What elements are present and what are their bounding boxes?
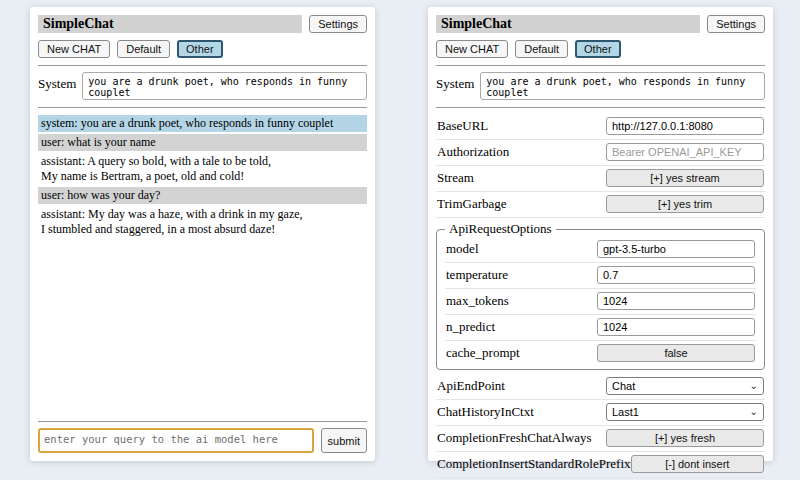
api-endpoint-selected-value: Chat [612, 380, 635, 392]
system-label: System [436, 72, 474, 92]
completion-insert-standard-role-prefix-label: CompletionInsertStandardRolePrefix [437, 456, 631, 472]
chat-history-in-ctxt-select[interactable]: Last1 ⌄ [606, 403, 764, 421]
temperature-input[interactable] [597, 266, 755, 284]
header: SimpleChat Settings [436, 15, 765, 33]
system-prompt-input[interactable]: you are a drunk poet, who responds in fu… [480, 72, 765, 100]
cache-prompt-label: cache_prompt [446, 345, 520, 361]
divider [436, 107, 765, 108]
app-title: SimpleChat [38, 15, 302, 33]
chat-message-user-2: user: how was your day? [38, 187, 367, 204]
setting-row-model: model [445, 237, 756, 263]
max-tokens-input[interactable] [597, 292, 755, 310]
query-row: submit [38, 428, 367, 453]
api-request-options-legend: ApiRequestOptions [445, 221, 556, 237]
session-toolbar: New CHAT Default Other [38, 40, 367, 58]
chat-message-system: system: you are a drunk poet, who respon… [38, 115, 367, 132]
settings-button[interactable]: Settings [707, 15, 765, 33]
new-chat-button[interactable]: New CHAT [38, 40, 110, 58]
app-title: SimpleChat [436, 15, 700, 33]
setting-row-n-predict: n_predict [445, 315, 756, 341]
setting-row-chat-history-in-ctxt: ChatHistoryInCtxt Last1 ⌄ [436, 400, 765, 426]
chat-message-list: system: you are a drunk poet, who respon… [38, 115, 367, 240]
n-predict-input[interactable] [597, 318, 755, 336]
setting-row-api-endpoint: ApiEndPoint Chat ⌄ [436, 374, 765, 400]
query-input[interactable] [38, 428, 314, 453]
setting-row-temperature: temperature [445, 263, 756, 289]
model-input[interactable] [597, 240, 755, 258]
trimgarbage-label: TrimGarbage [437, 196, 507, 212]
chevron-down-icon: ⌄ [750, 407, 758, 417]
setting-row-completion-insert-standard-role-prefix: CompletionInsertStandardRolePrefix [-] d… [436, 452, 765, 478]
completion-fresh-chat-always-label: CompletionFreshChatAlways [437, 430, 592, 446]
baseurl-input[interactable] [606, 117, 764, 135]
api-request-options-fieldset: ApiRequestOptions model temperature max_… [436, 221, 765, 370]
chat-message-assistant-1: assistant: A query so bold, with a tale … [38, 153, 367, 185]
setting-row-max-tokens: max_tokens [445, 289, 756, 315]
divider [436, 65, 765, 66]
submit-button[interactable]: submit [321, 428, 367, 453]
session-tab-default[interactable]: Default [515, 40, 568, 58]
system-prompt-row: System you are a drunk poet, who respond… [436, 72, 765, 100]
api-endpoint-label: ApiEndPoint [437, 378, 505, 394]
chat-history-in-ctxt-label: ChatHistoryInCtxt [437, 404, 534, 420]
setting-row-authorization: Authorization [436, 140, 765, 166]
trimgarbage-toggle-button[interactable]: [+] yes trim [606, 195, 764, 213]
chevron-down-icon: ⌄ [750, 381, 758, 391]
new-chat-button[interactable]: New CHAT [436, 40, 508, 58]
n-predict-label: n_predict [446, 319, 495, 335]
divider [38, 107, 367, 108]
cache-prompt-toggle-button[interactable]: false [597, 344, 755, 362]
chat-message-user-1: user: what is your name [38, 134, 367, 151]
chat-view-panel: SimpleChat Settings New CHAT Default Oth… [30, 7, 375, 461]
setting-row-completion-fresh-chat-always: CompletionFreshChatAlways [+] yes fresh [436, 426, 765, 452]
setting-row-stream: Stream [+] yes stream [436, 166, 765, 192]
authorization-input[interactable] [606, 143, 764, 161]
chat-history-selected-value: Last1 [612, 406, 639, 418]
setting-row-trimgarbage: TrimGarbage [+] yes trim [436, 192, 765, 218]
setting-row-baseurl: BaseURL [436, 114, 765, 140]
setting-row-cache-prompt: cache_prompt false [445, 341, 756, 366]
settings-view-panel: SimpleChat Settings New CHAT Default Oth… [428, 7, 773, 461]
session-tab-default[interactable]: Default [117, 40, 170, 58]
system-prompt-input[interactable]: you are a drunk poet, who responds in fu… [82, 72, 367, 100]
divider [38, 421, 367, 422]
max-tokens-label: max_tokens [446, 293, 509, 309]
session-toolbar: New CHAT Default Other [436, 40, 765, 58]
temperature-label: temperature [446, 267, 508, 283]
model-label: model [446, 241, 479, 257]
stream-toggle-button[interactable]: [+] yes stream [606, 169, 764, 187]
settings-button[interactable]: Settings [309, 15, 367, 33]
authorization-label: Authorization [437, 144, 509, 160]
completion-insert-role-prefix-toggle-button[interactable]: [-] dont insert [631, 455, 764, 473]
system-label: System [38, 72, 76, 92]
divider [38, 65, 367, 66]
baseurl-label: BaseURL [437, 118, 488, 134]
chat-message-assistant-2: assistant: My day was a haze, with a dri… [38, 206, 367, 238]
session-tab-other[interactable]: Other [575, 40, 621, 58]
system-prompt-row: System you are a drunk poet, who respond… [38, 72, 367, 100]
page: SimpleChat Settings New CHAT Default Oth… [0, 0, 800, 480]
header: SimpleChat Settings [38, 15, 367, 33]
api-endpoint-select[interactable]: Chat ⌄ [606, 377, 764, 395]
completion-fresh-chat-toggle-button[interactable]: [+] yes fresh [606, 429, 764, 447]
session-tab-other[interactable]: Other [177, 40, 223, 58]
stream-label: Stream [437, 170, 474, 186]
